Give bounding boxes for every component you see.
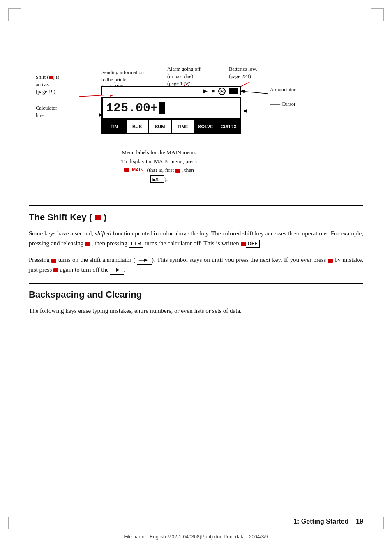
arrow-plain: —▶	[110, 266, 124, 274]
svg-line-4	[241, 91, 268, 94]
menu-item-sum: SUM	[148, 119, 171, 134]
ann-circle: (●)	[218, 88, 226, 95]
diagram-section: Shift () isactive.(page 19) Sending info…	[29, 33, 363, 193]
heading-text-shift-close: )	[104, 212, 106, 223]
first-key-icon	[175, 169, 180, 173]
shift-key-inline-2	[241, 242, 246, 246]
divider-shift	[29, 205, 363, 206]
corner-mark-br	[371, 517, 384, 529]
calc-display: 125.00+ FIN BUS SUM TIME SOLVE CURRX	[101, 97, 241, 134]
footer-file-info: File name : English-M02-1-040308(Print).…	[29, 534, 363, 540]
menu-item-currx: CURRX	[217, 119, 240, 134]
footer-page-number: 19	[356, 518, 363, 525]
shift-key-inline-5	[53, 268, 58, 272]
menu-item-time: TIME	[171, 119, 194, 134]
heading-text-shift: The Shift Key (	[29, 212, 92, 223]
shift-sq-icon	[124, 168, 129, 172]
shift-paragraph-1: Some keys have a second, shifted functio…	[29, 229, 363, 248]
footer-section-number: 1:	[293, 518, 301, 525]
shift-key-inline-1	[85, 242, 90, 246]
cursor-block	[159, 102, 165, 114]
heading-backspacing: Backspacing and Clearing	[29, 289, 363, 300]
backspacing-paragraph-1: The following keys erase typing mistakes…	[29, 306, 363, 316]
clr-key-box: CLR	[129, 240, 143, 248]
label-calc-line: Calculatorline	[36, 105, 85, 119]
menu-item-bus: BUS	[126, 119, 149, 134]
shift-key-inline-3	[51, 259, 56, 263]
main-key-inline: MAIN	[124, 166, 145, 174]
label-shift: Shift () isactive.(page 19)	[36, 74, 85, 96]
footer-section-label: Getting Started	[301, 518, 349, 525]
ann-rect	[229, 88, 238, 94]
label-cursor: —— Cursor	[270, 101, 311, 108]
shifted-word: shifted	[95, 230, 111, 237]
footer-section-info: 1: Getting Started 19	[293, 518, 363, 525]
calc-value: 125.00+	[106, 101, 158, 115]
exit-key-box: EXIT	[150, 175, 164, 183]
heading-shift-key: The Shift Key ()	[29, 212, 363, 223]
corner-mark-tr	[371, 8, 384, 21]
diagram-area: Shift () isactive.(page 19) Sending info…	[36, 33, 356, 193]
label-alarm: Alarm going off(or past due).(page 147)	[167, 66, 217, 88]
main-content: Shift () isactive.(page 19) Sending info…	[0, 0, 392, 335]
off-key-box: OFF	[246, 240, 260, 248]
arrow-annunciator: —▶	[137, 256, 152, 264]
divider-backspacing	[29, 283, 363, 284]
corner-mark-tl	[8, 8, 21, 21]
shift-key-heading-icon	[95, 215, 101, 220]
label-annunciators: Annunciators	[270, 86, 323, 94]
page-footer: 1: Getting Started 19	[29, 518, 363, 525]
calc-screen-line: 125.00+	[103, 98, 240, 119]
label-batteries: Batteries low.(page 224)	[229, 66, 282, 80]
heading-text-backspacing: Backspacing and Clearing	[29, 289, 142, 300]
label-menu-note: Menu labels for the MAIN menu. To displa…	[93, 148, 225, 183]
section-backspacing: Backspacing and Clearing The following k…	[29, 289, 363, 316]
menu-item-solve: SOLVE	[194, 119, 217, 134]
section-shift-key: The Shift Key () Some keys have a second…	[29, 212, 363, 275]
menu-item-fin: FIN	[103, 119, 126, 134]
menu-bar: FIN BUS SUM TIME SOLVE CURRX	[103, 119, 240, 134]
shift-paragraph-2: Pressing turns on the shift annunciator …	[29, 255, 363, 275]
annunciator-bar: ▶ ■ (●)	[101, 86, 241, 95]
corner-mark-bl	[8, 517, 21, 529]
page-wrapper: Shift () isactive.(page 19) Sending info…	[0, 0, 392, 554]
main-label-box: MAIN	[130, 166, 145, 174]
shift-key-inline-4	[328, 259, 333, 263]
